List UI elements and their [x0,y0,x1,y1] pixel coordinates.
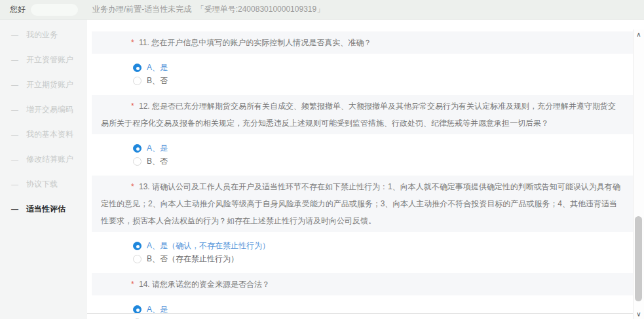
sidebar-item-open-asset-mgmt-account[interactable]: — 开立资管账户 [0,47,87,72]
option-a-confirm-no-prohibited-conduct[interactable]: A、是（确认，不存在禁止性行为） [133,240,270,252]
dash-icon: — [11,155,18,163]
dash-icon: — [11,205,18,213]
scrollbar-thumb[interactable] [635,216,642,301]
option-a-yes[interactable]: A、是 [133,62,168,73]
breadcrumb: 业务办理/前置-适当性未完成 「受理单号:240083010000109319」 [92,4,324,15]
main-panel: * 11. 您在开户信息中填写的账户的实际控制人情况是否真实、准确？ A、是 B… [87,20,644,319]
dash-icon: — [11,31,18,39]
option-a-yes[interactable]: A、是 [133,143,168,154]
dash-icon: — [11,81,18,88]
sidebar-item-label: 适当性评估 [26,204,66,215]
sidebar-item-agreement-download[interactable]: — 协议下载 [0,172,87,197]
sidebar: — 我的业务 — 开立资管账户 — 开立期货账户 — 增开交易编码 — 我的基本… [0,20,87,319]
option-label: B、否 [147,75,168,86]
question-11: * 11. 您在开户信息中填写的账户的实际控制人情况是否真实、准确？ A、是 B… [92,31,633,86]
question-13-text: * 13. 请确认公司及工作人员在开户及适当性环节不存在如下禁止性行为：1、向本… [92,176,633,232]
sidebar-item-open-futures-account[interactable]: — 开立期货账户 [0,72,87,97]
question-14-options: A、是 B、否 [133,304,633,319]
question-label: 11. 您在开户信息中填写的账户的实际控制人情况是否真实、准确？ [139,38,371,47]
sidebar-item-label: 我的基本资料 [26,129,73,140]
question-label: 12. 您是否已充分理解期货交易所有关自成交、频繁报撤单、大额报撤单及其他异常交… [101,102,616,128]
user-name-redacted [31,4,78,16]
greeting-label: 您好 [10,4,26,15]
question-14-text: * 14. 请您承诺您的资金来源是否合法？ [92,273,633,295]
dash-icon: — [11,56,18,64]
question-12: * 12. 您是否已充分理解期货交易所有关自成交、频繁报撤单、大额报撤单及其他异… [92,95,633,167]
sidebar-item-label: 增开交易编码 [26,104,73,115]
question-12-text: * 12. 您是否已充分理解期货交易所有关自成交、频繁报撤单、大额报撤单及其他异… [92,95,633,134]
option-label: B、否（存在禁止性行为） [147,253,238,265]
breadcrumb-title: 业务办理/前置-适当性未完成 [92,5,191,14]
dash-icon: — [11,180,18,188]
sidebar-item-label: 我的业务 [26,29,58,41]
scrollbar[interactable]: ∧ ∨ [633,29,644,319]
sidebar-item-label: 修改结算账户 [26,154,73,165]
questionnaire: * 11. 您在开户信息中填写的账户的实际控制人情况是否真实、准确？ A、是 B… [92,29,633,319]
option-label: A、是 [147,143,168,154]
scroll-up-arrow-icon[interactable]: ∧ [634,29,644,39]
sidebar-item-label: 协议下载 [26,179,58,190]
radio-selected-icon[interactable] [133,144,142,153]
option-b-no[interactable]: B、否 [133,75,168,86]
sidebar-item-label: 开立期货账户 [26,79,73,90]
topbar-user-area: 您好 [0,4,87,16]
topbar: 您好 业务办理/前置-适当性未完成 「受理单号:2400830100001093… [0,0,644,20]
sidebar-item-my-business[interactable]: — 我的业务 [0,22,87,47]
order-reference: 「受理单号:240083010000109319」 [197,5,324,14]
sidebar-item-label: 开立资管账户 [26,54,73,66]
option-label: B、否 [147,156,168,167]
radio-unselected-icon[interactable] [133,77,142,85]
question-13-options: A、是（确认，不存在禁止性行为） B、否（存在禁止性行为） [133,240,633,265]
question-11-text: * 11. 您在开户信息中填写的账户的实际控制人情况是否真实、准确？ [92,31,633,54]
sidebar-item-modify-settlement-account[interactable]: — 修改结算账户 [0,147,87,172]
radio-selected-icon[interactable] [133,64,142,72]
question-label: 14. 请您承诺您的资金来源是否合法？ [139,280,270,289]
required-asterisk: * [131,182,134,191]
question-label: 13. 请确认公司及工作人员在开户及适当性环节不存在如下禁止性行为：1、向本人就… [101,182,620,225]
option-label: A、是 [147,62,168,73]
question-12-options: A、是 B、否 [133,143,633,167]
option-b-no[interactable]: B、否 [133,156,168,167]
required-asterisk: * [131,38,134,47]
dash-icon: — [11,105,18,113]
question-14: * 14. 请您承诺您的资金来源是否合法？ A、是 B、否 [92,273,633,319]
sidebar-item-add-trading-code[interactable]: — 增开交易编码 [0,97,87,122]
option-b-prohibited-conduct-exists[interactable]: B、否（存在禁止性行为） [133,253,238,265]
scroll-down-arrow-icon[interactable]: ∨ [634,309,644,319]
radio-unselected-icon[interactable] [133,255,142,263]
bottom-divider [87,313,633,314]
sidebar-item-suitability-assessment[interactable]: — 适当性评估 [0,197,87,221]
dash-icon: — [11,130,18,138]
sidebar-item-my-basic-info[interactable]: — 我的基本资料 [0,122,87,147]
radio-unselected-icon[interactable] [133,157,142,166]
required-asterisk: * [131,102,134,111]
option-label: A、是（确认，不存在禁止性行为） [147,240,270,252]
question-11-options: A、是 B、否 [133,62,633,86]
required-asterisk: * [131,280,134,289]
question-13: * 13. 请确认公司及工作人员在开户及适当性环节不存在如下禁止性行为：1、向本… [92,176,633,265]
radio-selected-icon[interactable] [133,242,142,250]
